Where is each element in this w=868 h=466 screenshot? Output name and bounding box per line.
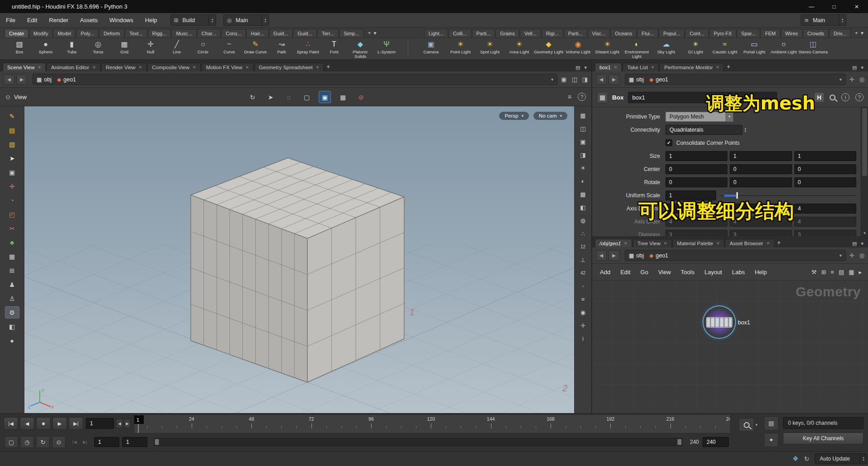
shelf-menu-icon[interactable]: ▾ [861,30,863,36]
radial-spinner[interactable]: ▴▾ [839,15,846,25]
pane-menu-icon[interactable]: ▾ [861,241,863,247]
shelf-tab-musc[interactable]: Musc... [171,29,196,38]
camera-lock-icon[interactable]: ▣ [577,136,590,147]
network-menu-layout[interactable]: Layout [699,269,727,276]
orbit-tool-icon[interactable]: ↻ [246,91,259,103]
show-handles-icon[interactable]: ✎ [5,110,19,122]
shelf-tool-line[interactable]: ╱Line [164,38,190,59]
shelf-add-left[interactable]: + ▾ [364,30,381,38]
menu-windows[interactable]: Windows [104,13,139,27]
normals-icon[interactable]: ⊥ [577,254,590,266]
axis-div-z-input[interactable]: 4 [794,204,856,214]
add-pane-tab-button[interactable]: + [325,63,333,71]
shelf-tab-cont[interactable]: Cont... [685,29,708,38]
shelf-tab-model[interactable]: Model [53,29,75,38]
shelf-tab-grains[interactable]: Grains [495,29,519,38]
headlight-icon[interactable]: ☀ [577,162,590,174]
radial-menu-selector[interactable]: ≋ Main ▴▾ [801,14,846,26]
shelf-tab-spar[interactable]: Spar... [737,29,760,38]
menu-file[interactable]: File [0,13,21,27]
play-button[interactable]: ▶ [52,417,67,430]
center-z-input[interactable]: 0 [794,164,856,174]
shelf-tab-rigg[interactable]: Rigg... [148,29,171,38]
network-menu-edit[interactable]: Edit [615,269,635,276]
shelf-tool-grid[interactable]: ▦Grid [111,38,137,59]
key-all-channels-button[interactable]: Key All Channels [783,433,863,444]
add-shelf-tab-icon[interactable]: + [368,30,371,36]
shelf-tab-parti[interactable]: Parti... [472,29,495,38]
shelf-tab-light[interactable]: Light... [424,29,448,38]
backface-toggle-icon[interactable]: ◧ [577,202,590,213]
tab-close-icon[interactable]: ✕ [139,65,142,70]
rotate-x-input[interactable]: 0 [665,177,727,187]
tab-close-icon[interactable]: ✕ [716,65,720,70]
add-pane-tab-button[interactable]: + [775,239,784,247]
shelf-tool-box[interactable]: ▧Box [6,38,33,59]
interrupt-icon[interactable]: ⊘ [355,91,367,103]
key-icon[interactable]: ✦ [764,433,778,447]
shelf-tab-text[interactable]: Text... [125,29,147,38]
path-dropdown-icon[interactable]: ▾ [551,77,553,82]
divisions-x-input[interactable]: 3 [665,230,727,237]
shelf-tool-environment-light[interactable]: ◐Environment Light [622,38,651,59]
layout-split-icon[interactable]: ◫ [571,76,577,83]
breadcrumb-obj[interactable]: ▦ obj [629,76,644,83]
shelf-tool-curve[interactable]: ~Curve [216,38,242,59]
shelf-tool-l-system[interactable]: ΨL-System [373,38,400,59]
network-menu-view[interactable]: View [653,269,676,276]
handles-overlay-icon[interactable]: ✛ [577,320,590,331]
pane-tab-obj-geo1[interactable]: /obj/geo1✕ [595,239,632,247]
shelf-tool-ambient-light[interactable]: ○Ambient Light [769,38,798,59]
tab-close-icon[interactable]: ✕ [193,65,196,70]
shelf-tab-flui[interactable]: Flui... [637,29,658,38]
shelf-tool-distant-light[interactable]: ☀Distant Light [593,38,622,59]
viewport-canvas[interactable]: Persp ▾ No cam ▾ 1 2 y x z [24,106,574,413]
parameter-scrollbar[interactable]: ▾ [861,107,868,236]
breadcrumb-obj[interactable]: ▦ obj [37,76,52,83]
back-button[interactable]: ◀ [596,250,607,261]
pane-tab-motion-fx-view[interactable]: Motion FX View✕ [202,63,254,71]
pane-tab-performance-monitor[interactable]: Performance Monitor✕ [660,63,724,71]
visualizers-icon[interactable]: ◉ [577,307,590,318]
pane-tab-scene-view[interactable]: Scene View✕ [3,63,46,71]
shelf-tool-tube[interactable]: ▮Tube [59,38,85,59]
shelf-tab-visc[interactable]: Visc... [588,29,610,38]
shelf-tab-vell[interactable]: Vell... [520,29,541,38]
breadcrumb-obj[interactable]: ▦ obj [629,252,644,259]
shade-mode-icon[interactable]: ◐ [577,176,590,187]
scrollbar-thumb[interactable] [862,108,867,176]
shelf-tool-gi-light[interactable]: ☀GI Light [681,38,710,59]
current-frame-input[interactable]: 1 [86,418,114,429]
menu-edit[interactable]: Edit [21,13,43,27]
breadcrumb-geo1[interactable]: ◆ geo1 [649,252,668,259]
shelf-tab-create[interactable]: Create [5,29,28,38]
go-to-end-button[interactable]: ▶| [69,417,83,430]
net-align-icon[interactable]: ⊞ [821,269,826,276]
rotate-tool-icon[interactable]: ◔ [5,194,19,206]
network-editor-canvas[interactable]: Geometry box1 [592,281,868,413]
pane-tab-tree-view[interactable]: Tree View✕ [633,239,672,247]
range-slider-right-handle[interactable] [677,439,682,445]
pane-tab-box1[interactable]: box1✕ [595,63,622,71]
update-mode-selector[interactable]: Auto Update ▴▾ [815,453,867,464]
frame-range-slider[interactable] [154,438,683,446]
path-dropdown-icon[interactable]: ▾ [840,253,842,258]
mirror-display-icon[interactable]: ◧ [5,320,19,333]
shelf-tool-draw-curve[interactable]: ✎Draw Curve [242,38,269,59]
pane-tab-geometry-spreadsheet[interactable]: Geometry Spreadsheet✕ [255,63,324,71]
step-forward-button[interactable]: ▶ [124,419,131,428]
shelf-tab-hair[interactable]: Hair... [246,29,269,38]
forward-button[interactable]: ▶ [609,250,619,261]
timeline-ruler[interactable]: 1 24487296120144168192216240 [134,414,731,433]
shelf-tool-sphere[interactable]: ●Sphere [33,38,59,59]
chevron-down-icon[interactable]: ▾ [755,423,758,427]
terrain-tool-icon[interactable]: ♣ [5,236,19,248]
secure-selection-icon[interactable]: ▣ [5,166,19,178]
rotate-z-input[interactable]: 0 [794,177,856,187]
shelf-tab-cons[interactable]: Cons... [221,29,246,38]
shelf-add-right[interactable]: + ▾ [851,30,868,38]
shelf-tab-poly[interactable]: Poly... [76,29,99,38]
view-menu-icon[interactable]: ⊙ [5,94,10,100]
tab-close-icon[interactable]: ✕ [614,65,618,70]
net-rows-icon[interactable]: ▤ [839,269,844,276]
